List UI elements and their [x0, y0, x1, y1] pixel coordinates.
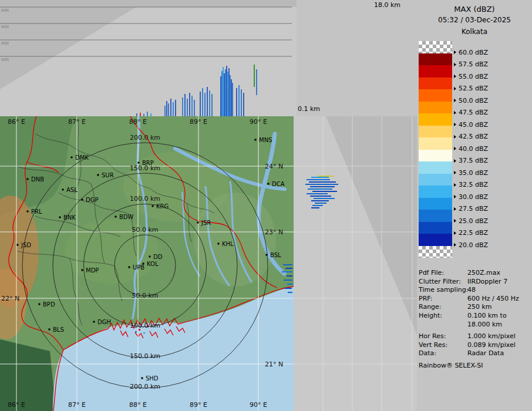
info-row: Hor Res:1.000 km/pixel [419, 332, 530, 341]
station-label: DGP [86, 197, 98, 203]
radar-echo [283, 264, 292, 265]
scale-color-box [419, 210, 452, 222]
height-tick-label [1, 42, 9, 45]
info-value: IIRDoppler 7 [467, 278, 507, 285]
station-label: BDW [119, 214, 134, 220]
station-dot [142, 378, 143, 379]
station-label: KHL [222, 241, 234, 247]
height-tick-label [1, 9, 9, 12]
scale-color-box [419, 113, 452, 126]
station-dot [129, 267, 130, 268]
station-label: BLS [53, 326, 64, 333]
scale-label: 40.0 dBZ [454, 145, 488, 153]
scale-label: 27.5 dBZ [454, 205, 488, 213]
radar-app-window: 86° E86° E87° E87° E88° E88° E89° E89° E… [0, 0, 532, 411]
station-dot [197, 222, 199, 224]
station-label: ASL [66, 187, 78, 193]
info-value: 0.100 km to [467, 312, 507, 319]
scale-label: 55.0 dBZ [454, 73, 488, 80]
scale-tick-icon [454, 171, 456, 174]
info-row: Vert Res:0.089 km/pixel [419, 341, 530, 350]
station-dot [17, 244, 19, 246]
radar-station-name: Kolkata [417, 28, 532, 36]
scale-tick-icon [454, 207, 456, 211]
side-projection-panel [294, 116, 417, 411]
station-label: KRG [156, 203, 169, 210]
station-label: MNS [259, 137, 272, 143]
scale-label: 45.0 dBZ [454, 121, 488, 129]
info-row: Height:0.100 km to [419, 312, 530, 321]
station-label: DD [153, 254, 163, 260]
radar-echo [285, 288, 292, 289]
legend-panel: MAX (dBZ) 05:32 / 03-Dec-2025 Kolkata 60… [417, 0, 532, 411]
range-ring-label: 150.0 km [130, 352, 160, 360]
station-dot [59, 217, 61, 218]
radar-echo [284, 279, 292, 281]
scale-label: 60.0 dBZ [454, 49, 488, 56]
station-dot [138, 162, 140, 164]
scale-color-box [419, 126, 452, 138]
range-ring-label: 200.0 km [130, 134, 160, 142]
scale-tick-icon [454, 123, 456, 126]
scale-tick-icon [454, 183, 456, 187]
station-label: BNK [63, 214, 76, 221]
scale-label: 47.5 dBZ [454, 109, 488, 116]
info-label: Height: [419, 312, 467, 321]
scale-color-box [419, 246, 452, 258]
range-ring-label: 200.0 km [130, 383, 160, 390]
info-value: 48 [467, 286, 476, 294]
lat-label: 24° N [265, 163, 283, 170]
scale-color-box [419, 186, 452, 198]
radar-echo [285, 268, 292, 269]
scale-label: 50.0 dBZ [454, 97, 488, 105]
station-dot [49, 329, 50, 331]
range-ring-label: 100.0 km [130, 195, 160, 203]
scale-color-box [419, 222, 452, 234]
scale-label: 25.0 dBZ [454, 217, 488, 225]
station-label: KOL [147, 261, 159, 267]
info-row: 18.000 km [419, 321, 530, 329]
radar-echo [135, 331, 137, 332]
scale-label: 22.5 dBZ [454, 229, 488, 237]
station-label: JSD [21, 242, 31, 248]
station-dot [93, 321, 95, 323]
info-label: Range: [419, 303, 467, 312]
scale-label: 52.5 dBZ [454, 85, 488, 92]
lon-label-top: 86° E [8, 118, 25, 126]
station-label: UPB [133, 264, 144, 271]
radar-echo [282, 271, 292, 272]
info-value: 250 km [467, 303, 492, 311]
scale-label: 30.0 dBZ [454, 193, 488, 201]
scale-tick-icon [454, 195, 456, 198]
station-label: JSR [201, 220, 211, 226]
info-value: Radar Data [467, 349, 504, 357]
info-row: Range:250 km [419, 303, 530, 312]
station-dot [152, 206, 154, 207]
station-dot [71, 157, 73, 159]
radar-map[interactable]: 86° E86° E87° E87° E88° E88° E89° E89° E… [0, 116, 294, 411]
info-label: Clutter Filter: [419, 278, 467, 287]
info-value: 250Z.max [467, 269, 500, 277]
station-label: DMK [75, 154, 89, 161]
info-row: Clutter Filter:IIRDoppler 7 [419, 278, 530, 287]
side-panel-min-height-label: 0.1 km [298, 105, 320, 113]
height-tick-label [1, 25, 9, 28]
info-label: PRF: [419, 295, 467, 304]
station-dot [39, 304, 41, 305]
info-row: Pdf File:250Z.max [419, 269, 530, 278]
station-label: DCA [272, 181, 285, 187]
scale-color-box [419, 234, 452, 246]
top-panel-max-height-label: 18.0 km [374, 1, 400, 9]
product-info-block: Pdf File:250Z.maxClutter Filter:IIRDoppl… [419, 269, 530, 370]
scale-tick-icon [454, 219, 456, 223]
info-value: 0.089 km/pixel [467, 341, 516, 349]
scale-color-box [419, 89, 452, 102]
info-value: 1.000 km/pixel [467, 332, 516, 340]
info-value: 600 Hz / 450 Hz [467, 295, 519, 302]
scale-tick-icon [454, 147, 456, 150]
radar-echo [143, 332, 145, 333]
station-label: DNB [31, 176, 44, 183]
scale-label: 20.0 dBZ [454, 241, 488, 249]
scale-color-box [419, 41, 452, 53]
range-ring-label: 50.0 km [132, 292, 158, 299]
